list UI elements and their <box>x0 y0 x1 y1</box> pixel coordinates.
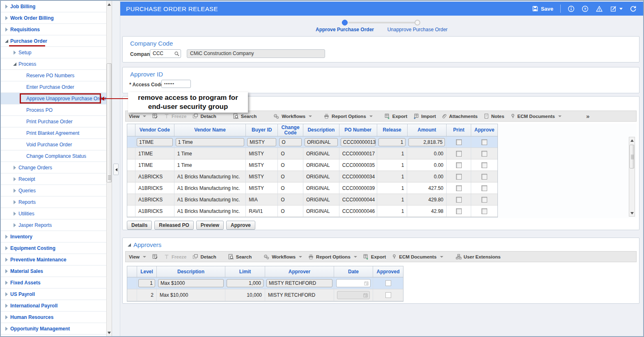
approve-checkbox[interactable] <box>481 139 487 145</box>
col-approved[interactable]: Approved <box>373 266 403 277</box>
action-button[interactable]: Preview <box>196 221 224 230</box>
approved-checkbox[interactable] <box>385 280 391 286</box>
expand-arrow-icon[interactable] <box>4 269 10 273</box>
col-limit[interactable]: Limit <box>225 266 265 277</box>
table-row[interactable]: 1TIME 1 Time MISTY O ORIGINAL CCC0000001… <box>127 136 497 148</box>
date-input[interactable] <box>336 279 371 287</box>
action-button[interactable]: Approve <box>226 221 255 230</box>
sidebar-item[interactable]: Change Compliance Status <box>1 150 106 162</box>
sidebar-item[interactable]: Print Blanket Agreement <box>1 127 106 139</box>
expand-arrow-icon[interactable] <box>12 51 18 55</box>
grid-vertical-scrollbar[interactable] <box>629 137 635 217</box>
sidebar-item[interactable]: Job Billing <box>1 1 106 12</box>
attachments-button[interactable]: Attachments <box>442 113 478 119</box>
col-amount[interactable]: Amount <box>408 124 447 136</box>
collapse-sidebar-button[interactable] <box>113 164 119 175</box>
edit-menu-button[interactable] <box>610 5 623 12</box>
row-header-cell[interactable] <box>127 182 135 194</box>
grid-scrollbar-thumb[interactable] <box>630 145 634 168</box>
action-button[interactable]: Details <box>127 221 152 230</box>
expand-arrow-icon[interactable] <box>4 28 10 32</box>
row-header-cell[interactable] <box>127 159 135 171</box>
table-row[interactable]: A1BRICKS A1 Bricks Manufacturing Inc. RA… <box>127 205 497 217</box>
expand-arrow-icon[interactable] <box>12 166 18 170</box>
notes-button[interactable]: Notes <box>484 113 504 119</box>
sidebar-item[interactable]: Process <box>1 58 106 70</box>
sidebar-item[interactable]: Process PO <box>1 104 106 116</box>
expand-arrow-icon[interactable] <box>12 212 18 216</box>
print-checkbox[interactable] <box>456 139 462 145</box>
approvers-section-header[interactable]: Approvers <box>128 241 161 248</box>
row-header-cell[interactable] <box>127 289 137 301</box>
table-row[interactable]: A1BRICKS A1 Bricks Manufacturing Inc. MI… <box>127 194 497 205</box>
import-button[interactable]: Import <box>413 113 436 119</box>
col-print[interactable]: Print <box>447 124 471 136</box>
table-row[interactable]: 1TIME 1 Time MISTY O ORIGINAL CCC0000001… <box>127 148 497 159</box>
col-po-number[interactable]: PO Number <box>339 124 377 136</box>
sidebar-item[interactable]: Human Resources <box>1 312 106 323</box>
table-row[interactable]: 2 Max $10,000 10,000 MISTY RETCHFORD <box>127 289 403 301</box>
sidebar-item[interactable]: Approve Unapprove Purchase Order <box>1 93 106 104</box>
table-row[interactable]: 1 Max $1000 1,000 MISTY RETCHFORD <box>127 277 403 289</box>
col-level[interactable]: Level <box>137 266 157 277</box>
sidebar-item[interactable]: Equipment Costing <box>1 242 106 254</box>
approve-checkbox[interactable] <box>481 185 487 191</box>
panel-splitter[interactable] <box>112 1 120 336</box>
workflows-menu[interactable]: Workflows <box>273 113 312 119</box>
sidebar-item[interactable]: International Payroll <box>1 300 106 312</box>
sidebar-item[interactable]: Queries <box>1 185 106 196</box>
freeze-button[interactable]: Freeze <box>164 254 186 260</box>
sidebar-item[interactable]: Reserve PO Numbers <box>1 70 106 81</box>
print-checkbox[interactable] <box>456 208 462 214</box>
approve-checkbox[interactable] <box>481 162 487 168</box>
expand-arrow-icon[interactable] <box>4 281 10 285</box>
table-row[interactable]: A1BRICKS A1 Bricks Manufacturing Inc. MI… <box>127 171 497 182</box>
export-button[interactable]: Export <box>384 113 407 119</box>
sidebar-item[interactable]: Work Order Billing <box>1 12 106 24</box>
sidebar-scrollbar[interactable] <box>106 1 112 336</box>
sidebar-item[interactable]: Purchase Order <box>1 35 106 47</box>
ecm-documents-menu[interactable]: ECM Documents <box>510 113 561 119</box>
sidebar-item[interactable]: Preventive Maintenance <box>1 254 106 265</box>
col-description[interactable]: Description <box>157 266 225 277</box>
sidebar-item[interactable]: Fixed Assets <box>1 277 106 289</box>
table-row[interactable]: A1BRICKS A1 Bricks Manufacturing Inc. MI… <box>127 182 497 194</box>
approve-checkbox[interactable] <box>481 197 487 203</box>
expand-arrow-icon[interactable] <box>4 16 10 20</box>
save-button[interactable]: Save <box>532 5 553 12</box>
sidebar-item[interactable]: US Payroll <box>1 289 106 300</box>
wizard-step-2-label[interactable]: Unapprove Purchase Order <box>376 27 458 32</box>
scroll-up-icon[interactable] <box>630 138 635 143</box>
sidebar-item[interactable]: Inventory <box>1 231 106 242</box>
query-by-example-button[interactable] <box>152 113 158 119</box>
approve-checkbox[interactable] <box>481 151 487 157</box>
sidebar-scrollbar-thumb[interactable] <box>107 63 112 182</box>
expand-arrow-icon[interactable] <box>4 292 10 296</box>
sidebar-item[interactable]: Jasper Reports <box>1 219 106 231</box>
col-vendor-name[interactable]: Vendor Name <box>174 124 246 136</box>
expand-arrow-icon[interactable] <box>12 200 18 204</box>
query-by-example-button[interactable] <box>152 254 158 260</box>
company-input[interactable]: CCC <box>150 49 181 58</box>
col-approve[interactable]: Approve <box>471 124 497 136</box>
wizard-step-1-dot[interactable] <box>342 20 348 25</box>
scroll-up-icon[interactable] <box>107 2 112 7</box>
expand-arrow-icon[interactable] <box>4 327 10 331</box>
sidebar-item[interactable]: Change Orders <box>1 162 106 173</box>
print-checkbox[interactable] <box>456 151 462 157</box>
wizard-step-1-label[interactable]: Approve Purchase Order <box>304 27 386 32</box>
approved-checkbox[interactable] <box>385 292 391 298</box>
col-date[interactable]: Date <box>334 266 373 277</box>
row-header-cell[interactable] <box>127 148 135 159</box>
search-button[interactable]: Search <box>228 254 252 260</box>
print-checkbox[interactable] <box>456 197 462 203</box>
sidebar-item[interactable]: Setup <box>1 47 106 58</box>
approve-checkbox[interactable] <box>481 174 487 180</box>
scroll-down-icon[interactable] <box>630 210 635 216</box>
expand-arrow-icon[interactable] <box>4 304 10 308</box>
row-header-cell[interactable] <box>127 277 137 289</box>
approve-checkbox[interactable] <box>481 208 487 214</box>
ecm-documents-menu[interactable]: ECM Documents <box>392 254 443 260</box>
sidebar-item[interactable]: Receipt <box>1 173 106 185</box>
expand-arrow-icon[interactable] <box>4 258 10 262</box>
